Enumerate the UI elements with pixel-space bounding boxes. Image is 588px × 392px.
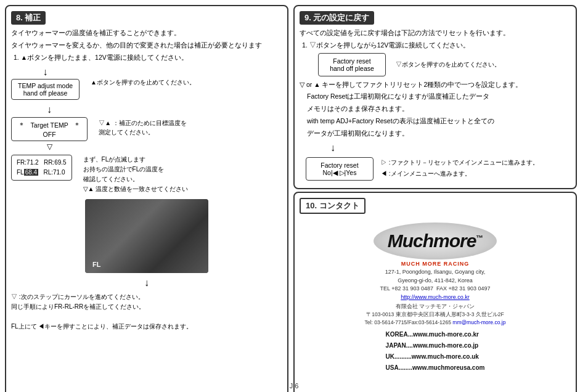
star-right: ＊ [73, 121, 81, 129]
intro-line2: タイヤウォーマーを変えるか、他の目的で変更された場合は補正が必要となります [11, 41, 282, 51]
box3-note: まず、FLが点滅します お持ちの温度計でFLの温度を 確認してください。 ▽▲ … [83, 155, 282, 194]
link-japan: JAPAN....www.much-more.co.jp [386, 340, 485, 351]
factory2-note1: ▷ :ファクトリ－リセットでメインメニューに進みます。 [381, 157, 539, 168]
step1-text: 1. ▲ボタンを押したまま、12V電源に接続してください。 [14, 53, 282, 63]
star-left: ＊ [18, 121, 25, 129]
contact-links: KOREA...www.much-more.co.kr JAPAN....www… [386, 329, 485, 374]
link-uk: UK..........www.much-more.co.uk [386, 351, 485, 362]
factory2-notes: ▷ :ファクトリ－リセットでメインメニューに進みます。 ◀ :メインメニューへ進… [381, 157, 539, 179]
page-number: J 6 [290, 382, 299, 390]
company-name: MUCH MORE RACING [401, 261, 470, 267]
section10-title: 10. コンタクト [300, 198, 365, 214]
temp-adjust-box: TEMP adjust mode hand off please [11, 79, 80, 100]
section9-step2: ▽ or ▲ キーを押してファクトリリセット2種類の中で一つを設定します。 Fa… [300, 80, 571, 139]
factory-reset-box1: Factory reset hand off please [318, 53, 386, 76]
arrow2: ↓ [47, 104, 52, 115]
step2-line2: Factory Resetは工場初期化になりますが温度補正したデータ [307, 92, 571, 102]
fl-photo-label: FL [92, 261, 100, 268]
page: 8. 補正 タイヤウォーマーの温度値を補正することができます。 タイヤウォーマー… [0, 0, 588, 392]
logo-tm: ™ [476, 234, 483, 242]
contact-jp: 有限会社 マッチモア・ジャパン 〒103-0013 東京都中央区日本橋人形町3-… [365, 303, 506, 326]
section8-title: 8. 補正 [11, 11, 46, 25]
section9-step1: 1. ▽ボタンを押しながら12V電源に接続してください。 [302, 41, 571, 51]
left-panel: 8. 補正 タイヤウォーマーの温度値を補正することができます。 タイヤウォーマー… [5, 5, 288, 392]
link-usa: USA........www.muchmoreusa.com [386, 362, 485, 374]
fr-fl-box: FR:71.2 RR:69.5 FL68.4 RL:71.0 [11, 155, 72, 181]
bottom-notes: ▽ :次のステップにカーソルを進めてください。 同じ手順によりFR-RL-RRを… [11, 292, 282, 332]
logo-text: Muchmore™ [388, 231, 483, 251]
arrow1: ↓ [43, 66, 48, 78]
target-temp-box: ＊ Target TEMP ＊ OFF [11, 117, 88, 141]
logo-area: Muchmore™ MUCH MORE RACING 127-1, Poongd… [300, 218, 571, 373]
factory-reset-box2: Factory reset No|◀ ▷|Yes [306, 157, 374, 181]
link-korea: KOREA...www.much-more.co.kr [386, 329, 485, 340]
bottom-note1: ▽ :次のステップにカーソルを進めてください。 [11, 292, 282, 302]
factory-note: ▽ボタンを押すのを止めてください。 [396, 60, 571, 69]
right-panel: 9. 元の設定に戻す すべての設定値を元に戻す場合は下記の方法でリセットを行いま… [293, 5, 577, 392]
fr-rr-line: FR:71.2 RR:69.5 [17, 159, 67, 166]
box1-note: ▲ボタンを押すのを止めてください。 [91, 78, 282, 87]
photo-inner [85, 199, 208, 273]
step2-line3: メモリはそのまま保存されます。 [307, 104, 571, 114]
box2-note: ▽▲ ：補正のために目標温度を測定してください。 [99, 118, 282, 137]
bottom-note2: 同じ手順によりFR-RL-RRを補正してください。 [11, 302, 282, 312]
step2-line5: データが工場初期化になります。 [307, 129, 571, 139]
step2-line1: ▽ or ▲ キーを押してファクトリリセット2種類の中で一つを設定します。 [300, 80, 571, 90]
photo-image: FL [85, 199, 208, 273]
arrow-factory2: ↓ [330, 142, 335, 153]
section9-panel: 9. 元の設定に戻す すべての設定値を元に戻す場合は下記の方法でリセットを行いま… [293, 5, 577, 189]
bottom-note3: FL上にて ◀キーを押すことにより、補正データは保存されます。 [11, 322, 282, 332]
logo-bg: Muchmore™ [374, 223, 497, 259]
factory2-note2: ◀ :メインメニューへ進みます。 [381, 168, 539, 179]
step2-line4: with temp ADJ+Factory Resetの表示は温度補正セットと全… [307, 116, 571, 126]
arrow2b: ▽ [47, 142, 52, 151]
section10-panel: 10. コンタクト Muchmore™ MUCH MORE RACING 127… [293, 192, 577, 392]
contact-info: 127-1, Poongdong, Ilsangu, Goyang city, … [380, 268, 491, 301]
arrow-photo: ↓ [144, 277, 149, 288]
intro-line1: タイヤウォーマーの温度値を補正することができます。 [11, 28, 282, 38]
fl-label: FL68.4 RL:71.0 [17, 169, 65, 176]
section9-intro: すべての設定値を元に戻す場合は下記の方法でリセットを行います。 [300, 28, 571, 38]
section9-title: 9. 元の設定に戻す [300, 11, 374, 25]
